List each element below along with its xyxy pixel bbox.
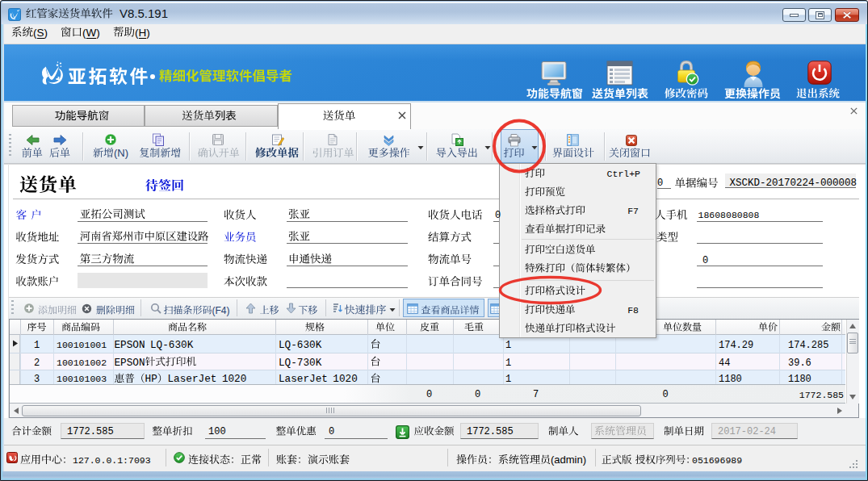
svg-text:(N): (N): [114, 147, 128, 159]
svg-text:0: 0: [329, 426, 334, 437]
svg-text:(W): (W): [82, 27, 100, 39]
svg-text:1772.585: 1772.585: [467, 426, 514, 437]
svg-text:HP: HP: [145, 373, 157, 385]
svg-text:XSCKD-20170224-000008: XSCKD-20170224-000008: [730, 178, 858, 189]
svg-text:EPSON: EPSON: [115, 339, 145, 351]
svg-text:1180: 1180: [719, 374, 742, 385]
svg-text:F8: F8: [627, 305, 639, 316]
svg-text:0: 0: [662, 389, 668, 400]
svg-text:174.29: 174.29: [719, 340, 753, 351]
svg-text:1020: 1020: [222, 373, 246, 385]
svg-text:18608080808: 18608080808: [698, 210, 760, 220]
svg-text:100101001: 100101001: [57, 340, 107, 350]
svg-text:LQ-630K: LQ-630K: [150, 339, 194, 351]
svg-text:Ctrl+P: Ctrl+P: [607, 169, 641, 179]
svg-text:100101002: 100101002: [57, 358, 107, 368]
svg-text:0: 0: [702, 255, 708, 266]
svg-text:(F4): (F4): [212, 305, 230, 316]
svg-text:0: 0: [495, 210, 501, 221]
svg-text:44: 44: [719, 358, 730, 369]
svg-text:051696989: 051696989: [692, 455, 742, 466]
svg-text:V8.5.191: V8.5.191: [120, 6, 168, 20]
svg-text:174.285: 174.285: [788, 340, 828, 351]
svg-text:1: 1: [34, 340, 40, 351]
svg-text:1: 1: [505, 358, 511, 369]
svg-text:(S): (S): [33, 27, 48, 39]
svg-text:127.0.0.1:7093: 127.0.0.1:7093: [73, 455, 151, 466]
svg-text:2017-02-24: 2017-02-24: [718, 426, 776, 437]
svg-text:100101003: 100101003: [57, 374, 107, 384]
svg-text:(H): (H): [135, 27, 150, 39]
svg-text:2: 2: [34, 358, 40, 369]
svg-text:1180: 1180: [788, 374, 811, 385]
svg-text:39.6: 39.6: [788, 358, 811, 369]
svg-text:0: 0: [426, 389, 432, 400]
svg-text:EPSON: EPSON: [115, 357, 145, 369]
svg-text:LQ-730K: LQ-730K: [279, 357, 322, 369]
svg-text:F7: F7: [627, 206, 639, 216]
svg-text:LaserJet: LaserJet: [279, 373, 328, 385]
svg-text:1: 1: [505, 374, 511, 385]
svg-text:100: 100: [208, 426, 226, 437]
svg-text:0: 0: [657, 178, 663, 189]
svg-text:(admin): (admin): [551, 454, 586, 466]
svg-text:1020: 1020: [333, 373, 357, 385]
svg-text:3: 3: [34, 374, 40, 385]
svg-text:1772.585: 1772.585: [799, 390, 844, 400]
svg-text:LQ-630K: LQ-630K: [279, 339, 322, 351]
svg-text:LaserJet: LaserJet: [168, 373, 217, 385]
svg-text:0: 0: [475, 389, 480, 400]
svg-text:1: 1: [505, 340, 511, 351]
svg-text:1772.585: 1772.585: [67, 426, 114, 437]
svg-text:7: 7: [533, 389, 539, 400]
